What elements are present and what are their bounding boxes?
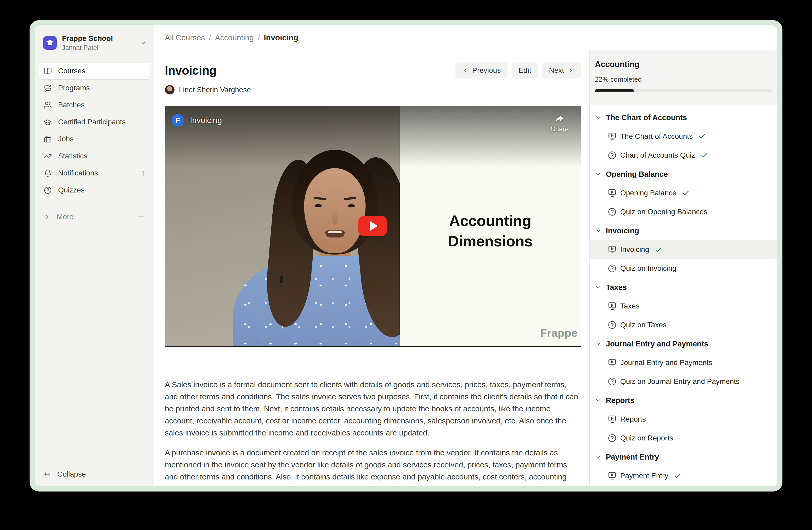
monitor-play-icon: [608, 189, 617, 197]
sidebar-menu: Courses Programs Batches Certified Parti…: [39, 62, 150, 198]
sidebar-item-label: Programs: [58, 84, 90, 92]
sidebar-item-label: Quizzes: [58, 186, 85, 194]
video-header: F Invoicing: [172, 114, 222, 127]
chapter-header[interactable]: The Chart of Accounts: [590, 108, 777, 127]
app-window: Frappe School Jannat Patel Courses Progr…: [30, 20, 782, 491]
breadcrumb-current: Invoicing: [264, 33, 299, 42]
sidebar-item-certified-participants[interactable]: Certified Participants: [39, 114, 150, 130]
route-icon: [44, 84, 52, 92]
video-top-gradient: [165, 106, 581, 167]
chapter-header[interactable]: Reports: [590, 391, 777, 410]
next-button[interactable]: Next: [542, 62, 581, 79]
graduation-cap-icon: [44, 118, 52, 126]
chapter-header[interactable]: Opening Balance: [590, 165, 777, 184]
chapter-header[interactable]: Payment Entry: [590, 447, 777, 466]
lesson-item[interactable]: The Chart of Accounts: [590, 127, 777, 146]
lesson-item[interactable]: Quiz on Journal Entry and Payments: [590, 372, 777, 391]
sidebar-item-programs[interactable]: Programs: [39, 80, 150, 96]
chevron-down-icon: [595, 227, 602, 234]
collapse-sidebar-button[interactable]: Collapse: [39, 466, 150, 482]
sidebar-item-quizzes[interactable]: Quizzes: [39, 182, 150, 198]
sidebar-item-label: Notifications: [58, 169, 98, 177]
lesson-actions: Previous Edit Next: [455, 62, 581, 79]
sidebar-item-label: Certified Participants: [58, 118, 126, 126]
progress-bar: [595, 89, 772, 92]
outline-list: The Chart of Accounts The Chart of Accou…: [590, 105, 777, 486]
sidebar-item-jobs[interactable]: Jobs: [39, 131, 150, 148]
school-switcher[interactable]: Frappe School Jannat Patel: [39, 32, 150, 54]
trending-up-icon: [44, 152, 52, 160]
monitor-play-icon: [608, 358, 617, 367]
slide-title: Accounting Dimensions: [400, 211, 581, 251]
previous-button[interactable]: Previous: [455, 62, 508, 79]
lesson-item[interactable]: Quiz on Opening Balances: [590, 203, 777, 221]
play-button[interactable]: [358, 216, 388, 236]
add-icon[interactable]: [137, 213, 145, 221]
breadcrumb-separator: /: [258, 33, 260, 42]
chevron-down-icon: [595, 454, 602, 460]
chapter-header[interactable]: Invoicing: [590, 221, 777, 240]
page-title: Invoicing: [165, 64, 216, 78]
progress-label: 22% completed: [595, 75, 772, 84]
lesson-item[interactable]: Quiz on Taxes: [590, 316, 777, 334]
breadcrumb-all-courses[interactable]: All Courses: [165, 33, 205, 42]
chevron-down-icon: [595, 340, 602, 347]
share-label: Share: [551, 125, 569, 133]
breadcrumb-separator: /: [209, 33, 211, 42]
chevron-right-icon: [44, 213, 50, 220]
progress-bar-fill: [595, 89, 634, 92]
breadcrumb-accounting[interactable]: Accounting: [215, 33, 254, 42]
lesson-item-active[interactable]: Invoicing: [590, 240, 777, 259]
sidebar-more[interactable]: More: [39, 209, 150, 224]
play-icon: [370, 221, 378, 231]
monitor-play-icon: [608, 132, 617, 141]
paragraph: A purchase invoice is a document created…: [165, 447, 581, 486]
check-icon: [698, 132, 706, 140]
edit-button[interactable]: Edit: [512, 62, 538, 79]
bell-icon: [44, 169, 52, 177]
breadcrumb: All Courses / Accounting / Invoicing: [165, 33, 298, 42]
breadcrumb-bar: All Courses / Accounting / Invoicing: [154, 25, 777, 50]
lesson-item[interactable]: Journal Entry and Payments: [590, 353, 777, 372]
check-icon: [682, 189, 690, 197]
lesson-item[interactable]: Quiz on Reports: [590, 429, 777, 447]
sidebar-item-batches[interactable]: Batches: [39, 97, 150, 113]
check-icon: [700, 151, 708, 159]
author: Linet Sherin Varghese: [165, 85, 581, 95]
course-outline: Accounting 22% completed The Chart of Ac…: [589, 50, 777, 486]
monitor-play-icon: [608, 245, 617, 254]
question-circle-icon: [608, 321, 617, 330]
chapter-header[interactable]: Journal Entry and Payments: [590, 334, 777, 353]
sidebar-item-courses[interactable]: Courses: [39, 62, 150, 79]
briefcase-icon: [44, 135, 52, 143]
question-circle-icon: [608, 434, 617, 443]
chapter-header[interactable]: Taxes: [590, 278, 777, 297]
lesson-item[interactable]: Reports: [590, 410, 777, 429]
share-arrow-icon: [553, 114, 566, 124]
share-button[interactable]: Share: [551, 114, 569, 133]
chevron-down-icon: [595, 284, 602, 291]
channel-initial: F: [175, 116, 180, 125]
video-title[interactable]: Invoicing: [190, 116, 222, 125]
sidebar-item-label: Batches: [58, 101, 85, 109]
video-player[interactable]: Accounting Dimensions Frappe F Invoicing: [165, 106, 581, 347]
lesson-item[interactable]: Quiz on Invoicing: [590, 259, 777, 278]
user-name: Jannat Patel: [62, 44, 134, 52]
slide-title-line2: Dimensions: [400, 231, 581, 251]
sidebar-item-statistics[interactable]: Statistics: [39, 148, 150, 165]
lesson-item[interactable]: Payment Entry: [590, 466, 777, 485]
lesson-item[interactable]: Opening Balance: [590, 184, 777, 203]
channel-avatar[interactable]: F: [172, 114, 184, 127]
frappe-school-logo: [43, 36, 57, 50]
sidebar-item-notifications[interactable]: Notifications 1: [39, 165, 150, 181]
help-circle-icon: [44, 186, 52, 194]
lesson-item[interactable]: Chart of Accounts Quiz: [590, 146, 777, 165]
graduation-cap-logo-icon: [45, 38, 55, 48]
presenter-face: [304, 168, 366, 253]
next-label: Next: [549, 66, 564, 75]
lesson-content: Invoicing Previous Edit Next: [154, 50, 589, 486]
question-circle-icon: [608, 377, 617, 386]
lesson-item[interactable]: Taxes: [590, 297, 777, 316]
question-circle-icon: [608, 264, 617, 273]
chevron-down-icon: [595, 397, 602, 404]
